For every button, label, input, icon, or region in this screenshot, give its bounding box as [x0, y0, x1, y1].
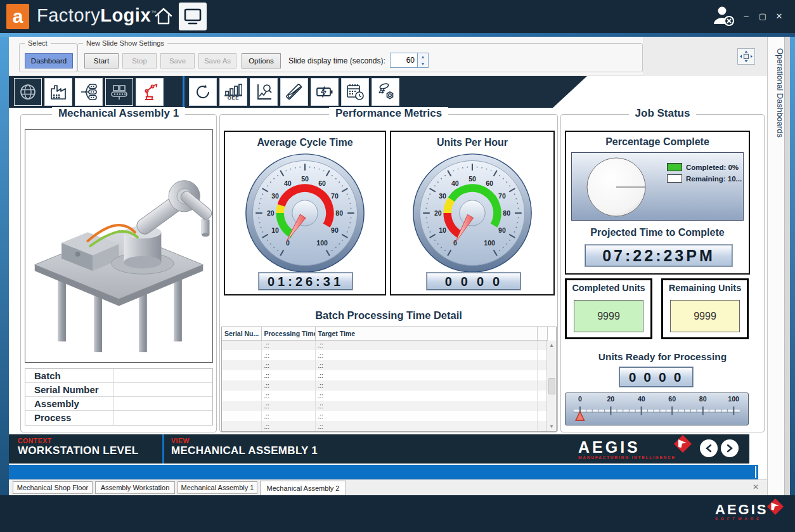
toolbar-icon-routing[interactable]	[75, 78, 103, 106]
station-info-table: Batch Serial Number Assembly Process	[25, 368, 213, 425]
toolbar-icon-robot-arm[interactable]	[136, 78, 164, 106]
toolbar-icon-analysis[interactable]	[250, 78, 278, 106]
percentage-complete-title: Percentage Complete	[566, 136, 749, 148]
spinner-up-button[interactable]: ▲	[418, 53, 428, 60]
percentage-complete-box: Percentage Complete Completed: 0%	[565, 131, 750, 275]
home-icon	[153, 6, 174, 27]
table-row: Process	[25, 411, 212, 425]
minimize-button[interactable]: –	[739, 10, 753, 23]
dock-navigator-button[interactable]	[737, 48, 755, 65]
scrollbar-thumb[interactable]	[548, 378, 555, 394]
conveyor-icon	[110, 82, 129, 101]
window-frame-left	[0, 37, 9, 495]
scroll-up-icon[interactable]: ▲	[549, 341, 554, 348]
svg-text:40: 40	[451, 179, 459, 187]
slide-progress-tick	[755, 466, 756, 478]
toolbar-icon-energy[interactable]	[311, 78, 339, 106]
scroll-down-icon[interactable]: ▼	[549, 424, 554, 431]
save-button[interactable]: Save	[160, 53, 195, 68]
right-scrollbar[interactable]	[784, 37, 790, 495]
svg-text:30: 30	[439, 192, 446, 200]
legend-item-remaining: Remaining: 10...	[667, 174, 742, 183]
svg-text:100: 100	[728, 395, 739, 403]
svg-text:80: 80	[503, 209, 510, 217]
aegis-logo-tagline: MANUFACTURING INTELLIGENCE	[578, 455, 676, 460]
aegis-diamond-icon	[673, 434, 692, 453]
tab-mechanical-shop-floor[interactable]: Mechanical Shop Floor	[13, 481, 93, 494]
toolbar-icon-globe[interactable]	[14, 78, 42, 106]
col-spacer	[537, 327, 547, 340]
footer-aegis-logo: AEGIS SOFTWARE	[715, 502, 768, 522]
col-target-time[interactable]: Target Time	[315, 327, 537, 340]
table-row: .::.::	[222, 431, 547, 432]
svg-text:40: 40	[638, 395, 645, 403]
toolbar-icon-conveyor[interactable]	[105, 78, 133, 106]
cycle-time-display: 01:26:31	[259, 273, 352, 290]
user-logout-icon	[711, 5, 737, 28]
svg-text:60: 60	[668, 395, 676, 403]
dashboard-button[interactable]: Dashboard	[25, 53, 73, 68]
table-header-row: Serial Nu... Processing Time Target Time	[222, 327, 547, 340]
toolbar-icon-design[interactable]	[280, 78, 308, 106]
view-label: VIEW	[171, 437, 318, 444]
slide-progress-fill	[9, 465, 758, 479]
cycle-time-gauge-title: Average Cycle Time	[225, 137, 385, 148]
station-panel-title: Mechanical Assembly 1	[21, 107, 216, 120]
operational-dashboards-strip[interactable]: Operational Dashboards	[767, 37, 784, 495]
table-scrollbar[interactable]: ▲ ▼	[546, 341, 556, 431]
pan-icon	[740, 51, 753, 62]
analysis-icon	[254, 82, 273, 101]
select-group-label: Select	[25, 39, 51, 47]
robot-arm-icon	[140, 82, 159, 101]
save-as-button[interactable]: Save As	[198, 53, 236, 68]
remaining-units-box: Remaining Units 9999	[661, 278, 749, 339]
legend-swatch-remaining	[667, 174, 682, 183]
job-status-panel-title: Job Status	[561, 107, 764, 120]
battery-energy-icon	[315, 82, 334, 101]
previous-view-button[interactable]	[700, 439, 718, 457]
toolbar-icon-factory[interactable]	[44, 78, 72, 106]
footer-bar: AEGIS SOFTWARE	[0, 495, 795, 532]
home-button[interactable]	[150, 3, 178, 30]
uph-display: 0000	[427, 273, 520, 290]
svg-text:60: 60	[318, 179, 326, 187]
dashboard-view-button[interactable]	[179, 3, 207, 30]
svg-text:70: 70	[498, 192, 506, 200]
col-serial-number[interactable]: Serial Nu...	[222, 327, 261, 340]
toolbar-icon-oee[interactable]: OEE	[219, 78, 247, 106]
spinner-down-button[interactable]: ▼	[418, 60, 428, 67]
slideshow-group: New Slide Show Settings Start Stop Save …	[77, 43, 643, 72]
options-button[interactable]: Options	[242, 53, 281, 68]
next-view-button[interactable]	[721, 439, 739, 457]
app-logo-letter: a	[13, 6, 23, 27]
slide-time-input[interactable]	[390, 53, 418, 68]
table-row: .::.::	[222, 360, 547, 370]
units-ready-linear-gauge: 020406080100	[565, 393, 749, 425]
footer-aegis-tagline: SOFTWARE	[715, 517, 768, 521]
stop-button[interactable]: Stop	[122, 53, 157, 68]
svg-text:50: 50	[301, 175, 309, 183]
toolbar-icon-schedule[interactable]	[341, 78, 369, 106]
toolbar-icon-hardware[interactable]	[372, 78, 399, 106]
maximize-button[interactable]: ▢	[756, 10, 770, 23]
svg-text:50: 50	[469, 175, 476, 183]
remaining-units-value: 9999	[670, 300, 740, 332]
start-button[interactable]: Start	[84, 53, 119, 68]
logout-user-button[interactable]	[709, 3, 739, 30]
context-block: CONTEXT WORKSTATION LEVEL	[18, 437, 139, 457]
tab-assembly-workstation[interactable]: Assembly Workstation	[95, 481, 175, 494]
svg-text:80: 80	[335, 209, 343, 217]
legend-swatch-completed	[667, 163, 682, 171]
svg-text:20: 20	[607, 395, 614, 403]
svg-text:80: 80	[699, 395, 707, 403]
slide-time-spinner: ▲ ▼	[390, 53, 429, 68]
tab-mechanical-assembly-2[interactable]: Mechanical Assembly 2	[260, 481, 346, 496]
tab-close-icon[interactable]: ✕	[751, 483, 761, 493]
col-processing-time[interactable]: Processing Time	[261, 327, 315, 340]
view-value: MECHANICAL ASSEMBLY 1	[171, 444, 318, 457]
close-button[interactable]: ✕	[772, 10, 786, 23]
tab-mechanical-assembly-1[interactable]: Mechanical Assembly 1	[178, 481, 257, 494]
aegis-logo: AEGIS MANUFACTURING INTELLIGENCE	[578, 438, 676, 462]
oee-icon-label: OEE	[228, 95, 239, 101]
toolbar-icon-cycle-time[interactable]	[189, 78, 217, 106]
